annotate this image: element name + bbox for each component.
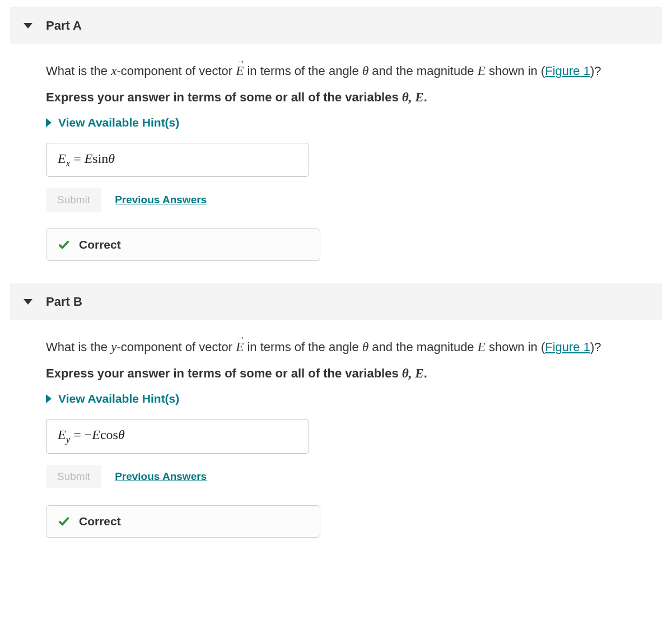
answer-lhs-var: E — [58, 427, 66, 442]
part-b-question: What is the y-component of vector E in t… — [46, 337, 659, 357]
part-a-feedback: Correct — [46, 228, 320, 261]
question-component-var: x — [111, 63, 116, 78]
magnitude-e-symbol: E — [478, 339, 486, 354]
check-icon — [58, 515, 70, 528]
vector-e-symbol: E — [236, 337, 244, 357]
answer-rhs-fn: sin — [92, 151, 108, 166]
part-a-answer-box: Ex = Esinθ — [46, 143, 309, 178]
part-b-title: Part B — [46, 295, 82, 309]
question-text: -component of vector — [116, 64, 236, 78]
part-b-body: What is the y-component of vector E in t… — [0, 320, 672, 559]
instruction-text: Express your answer in terms of some or … — [46, 90, 402, 104]
question-text: -component of vector — [116, 340, 236, 354]
chevron-right-icon — [46, 394, 52, 403]
magnitude-e-symbol: E — [478, 63, 486, 78]
question-component-var: y — [111, 339, 116, 354]
part-b-feedback: Correct — [46, 505, 320, 538]
part-a-body: What is the x-component of vector E in t… — [0, 44, 672, 283]
answer-rhs-pre: − — [85, 427, 92, 442]
part-b-answer-box: Ey = −Ecosθ — [46, 419, 309, 454]
question-text: and the magnitude — [368, 340, 477, 354]
question-text: What is the — [46, 64, 111, 78]
answer-rhs-arg: θ — [108, 151, 115, 166]
question-text: and the magnitude — [368, 64, 477, 78]
answer-rhs-e: E — [85, 151, 93, 166]
figure-link[interactable]: Figure 1 — [545, 340, 590, 354]
answer-rhs-arg: θ — [118, 427, 125, 442]
chevron-down-icon — [24, 299, 32, 305]
hints-label: View Available Hint(s) — [58, 116, 179, 129]
instruction-vars: θ, E — [402, 366, 424, 380]
feedback-text: Correct — [79, 515, 121, 528]
question-text: What is the — [46, 340, 111, 354]
submit-button[interactable]: Submit — [46, 465, 101, 488]
instruction-text: . — [424, 366, 427, 380]
view-hints-toggle[interactable]: View Available Hint(s) — [46, 392, 659, 405]
question-text: )? — [590, 340, 601, 354]
part-a-button-row: Submit Previous Answers — [46, 188, 659, 212]
answer-equals: = — [70, 427, 85, 442]
part-a-instruction: Express your answer in terms of some or … — [46, 90, 659, 105]
answer-lhs-sub: y — [66, 434, 70, 445]
chevron-down-icon — [24, 23, 32, 29]
answer-lhs-var: E — [58, 151, 66, 166]
question-text: in terms of the angle — [244, 64, 362, 78]
answer-rhs-e: E — [92, 427, 100, 442]
part-b-button-row: Submit Previous Answers — [46, 465, 659, 488]
submit-button[interactable]: Submit — [46, 188, 101, 212]
check-icon — [58, 239, 70, 251]
chevron-right-icon — [46, 118, 52, 127]
part-b-header[interactable]: Part B — [10, 283, 662, 320]
answer-equals: = — [70, 151, 85, 166]
instruction-text: Express your answer in terms of some or … — [46, 366, 402, 380]
view-hints-toggle[interactable]: View Available Hint(s) — [46, 116, 659, 129]
part-b-instruction: Express your answer in terms of some or … — [46, 366, 659, 381]
answer-lhs-sub: x — [66, 157, 70, 168]
previous-answers-link[interactable]: Previous Answers — [115, 194, 207, 206]
part-a-title: Part A — [46, 18, 82, 33]
question-text: shown in ( — [486, 340, 545, 354]
part-a-question: What is the x-component of vector E in t… — [46, 61, 659, 81]
theta-symbol: θ — [362, 63, 368, 78]
answer-rhs-fn: cos — [100, 427, 118, 442]
question-text: in terms of the angle — [244, 340, 362, 354]
question-text: shown in ( — [486, 64, 545, 78]
hints-label: View Available Hint(s) — [58, 392, 179, 405]
figure-link[interactable]: Figure 1 — [545, 64, 590, 78]
previous-answers-link[interactable]: Previous Answers — [115, 470, 207, 483]
feedback-text: Correct — [79, 238, 121, 251]
question-text: )? — [590, 64, 601, 78]
instruction-text: . — [424, 90, 427, 104]
vector-e-symbol: E — [236, 61, 244, 81]
instruction-vars: θ, E — [402, 90, 424, 104]
theta-symbol: θ — [362, 339, 368, 354]
part-a-header[interactable]: Part A — [10, 7, 662, 44]
